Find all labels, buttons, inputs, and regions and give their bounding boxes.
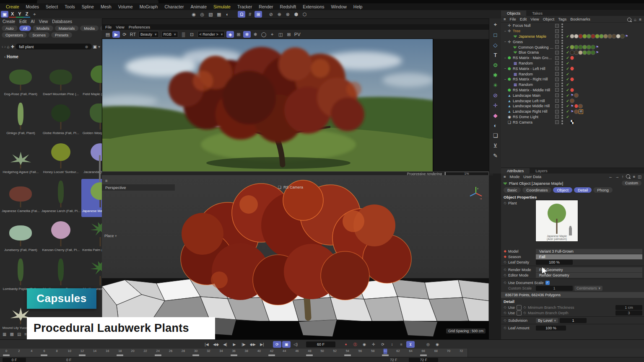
- visibility-toggles[interactable]: [561, 77, 564, 81]
- visibility-toggles[interactable]: [561, 61, 564, 65]
- timeline-frame[interactable]: 52: [329, 349, 341, 357]
- deformer-icon[interactable]: ◆: [491, 111, 500, 120]
- tag-chip[interactable]: [570, 99, 574, 103]
- custom-button[interactable]: Custom: [622, 181, 641, 186]
- menu-item[interactable]: Volume: [115, 3, 136, 10]
- filter-tab[interactable]: Auto: [2, 26, 18, 31]
- timeline-frame[interactable]: 46: [291, 349, 303, 357]
- visibility-toggles[interactable]: [561, 72, 564, 76]
- filter-tab[interactable]: Materials: [55, 26, 79, 31]
- lock-z-icon[interactable]: ⊗: [284, 11, 291, 18]
- axis-lock-button[interactable]: Y: [16, 11, 23, 18]
- panel-tab[interactable]: Layers: [530, 168, 553, 173]
- menu-item[interactable]: Mesh: [97, 3, 115, 10]
- tag-chip[interactable]: [570, 51, 574, 54]
- asset-tile[interactable]: Ginkgo (Fall, Plant): [1, 101, 41, 139]
- filter-tab[interactable]: Operators: [2, 32, 27, 38]
- custom-scale-field[interactable]: 1: [536, 286, 573, 291]
- tag-chip[interactable]: ⊘: [579, 109, 583, 114]
- play-button[interactable]: ▶: [230, 341, 239, 348]
- menu-item[interactable]: Spline: [78, 3, 97, 10]
- enabled-check[interactable]: ✓: [565, 56, 570, 60]
- om-menu-item[interactable]: View: [530, 17, 539, 21]
- workplane-a-icon[interactable]: ⬢: [292, 11, 300, 18]
- layer-toggle[interactable]: [555, 45, 559, 49]
- timeline-frame[interactable]: 64: [405, 349, 417, 357]
- tag-chip[interactable]: ▚: [570, 120, 574, 124]
- tag-chip[interactable]: [570, 45, 574, 49]
- visibility-toggles[interactable]: [561, 50, 564, 54]
- spline-mask-icon[interactable]: ⊘: [491, 90, 500, 100]
- clear-search-icon[interactable]: ⊗: [85, 44, 88, 49]
- timeline-ruler[interactable]: 0 2 4 6 8: [0, 349, 644, 357]
- asset-tile[interactable]: Japanese Camellia (Fal...: [1, 179, 41, 217]
- breadcrumb[interactable]: ‹ Home: [4, 54, 18, 59]
- tag-chip[interactable]: [570, 34, 574, 38]
- object-row[interactable]: − Focus Null ✓: [501, 23, 644, 28]
- object-row[interactable]: − Grass ✓: [501, 39, 644, 44]
- asset-tile[interactable]: Dwarf Mountain Pine (...: [41, 62, 81, 100]
- layer-toggle[interactable]: [555, 78, 559, 81]
- plant-preview[interactable]: Japanese Maple(Acer palmatum): [535, 200, 578, 242]
- tag-chip[interactable]: [574, 104, 578, 108]
- tag-chip[interactable]: [583, 45, 587, 49]
- param-value[interactable]: Variant 3 Full-Grown: [536, 249, 642, 254]
- tag-chip[interactable]: [579, 104, 582, 108]
- filter-tab[interactable]: Presets: [51, 32, 72, 38]
- list-view-icon[interactable]: ▤: [17, 332, 21, 336]
- prev-frame-button[interactable]: ◀|: [221, 341, 229, 348]
- unit-dropdown[interactable]: Centimeters▾: [574, 286, 602, 291]
- region-icon[interactable]: ◯: [260, 31, 267, 38]
- cloner-icon[interactable]: ✱: [491, 70, 500, 80]
- timeline-frame[interactable]: 6: [38, 349, 50, 357]
- object-row[interactable]: − Landscape Left Hill ✓: [501, 98, 644, 103]
- timeline-frame[interactable]: 18: [114, 349, 126, 357]
- visibility-toggles[interactable]: [561, 83, 564, 87]
- dither-icon[interactable]: ▒: [180, 31, 187, 38]
- tag-chip[interactable]: [579, 51, 582, 54]
- save-image-icon[interactable]: ▤: [104, 31, 112, 38]
- goto-end-button[interactable]: ▶|: [258, 341, 266, 348]
- pv-icon[interactable]: PV: [293, 31, 301, 38]
- tag-chip[interactable]: [600, 34, 603, 38]
- enabled-check[interactable]: ✓: [565, 104, 570, 108]
- tag-chip[interactable]: [608, 34, 612, 38]
- asset-tile[interactable]: Hedgehog Agave (Fall...: [1, 140, 41, 178]
- tag-chip[interactable]: [591, 34, 595, 38]
- tag-chip[interactable]: ⚑: [595, 45, 599, 49]
- tag-chip[interactable]: [574, 110, 578, 114]
- camera-tool-icon[interactable]: ❏: [491, 131, 500, 140]
- layout-icon[interactable]: ▣: [1, 11, 8, 18]
- timeline-frame[interactable]: 4: [25, 349, 38, 357]
- visibility-toggles[interactable]: [561, 99, 564, 103]
- enabled-check[interactable]: ✓: [565, 88, 570, 92]
- use-checkbox[interactable]: [517, 310, 522, 315]
- compare-snapshot-icon[interactable]: ❄: [252, 31, 259, 38]
- layer-toggle[interactable]: [555, 104, 559, 108]
- tag-chip[interactable]: [579, 45, 582, 49]
- add-icon[interactable]: ✚: [11, 44, 14, 49]
- attribute-tab-chip[interactable]: Detail: [574, 187, 592, 193]
- tag-chip[interactable]: [570, 56, 574, 60]
- filter-tab[interactable]: Scenes: [29, 32, 49, 38]
- visibility-toggles[interactable]: [561, 67, 564, 71]
- collapse-icon[interactable]: −: [504, 40, 507, 44]
- home-icon[interactable]: ⌂: [7, 44, 10, 49]
- asset-scrollbar[interactable]: [99, 155, 101, 182]
- menu-item[interactable]: Render: [255, 3, 276, 10]
- asset-menu-item[interactable]: Create: [3, 19, 15, 24]
- layer-toggle[interactable]: [555, 56, 559, 60]
- use-checkbox[interactable]: [517, 305, 522, 310]
- search-input[interactable]: fall plant⊗: [16, 44, 91, 49]
- attribute-tab-chip[interactable]: Object: [553, 187, 572, 193]
- object-row[interactable]: − Random ✓: [501, 61, 644, 66]
- solo-animation-icon[interactable]: ◎: [424, 341, 432, 348]
- lock-x-icon[interactable]: ⊘: [267, 11, 275, 18]
- visibility-toggles[interactable]: [561, 45, 564, 49]
- renderview-canvas[interactable]: [102, 39, 489, 171]
- make-editable-icon[interactable]: ◉: [190, 11, 197, 18]
- visibility-toggles[interactable]: [561, 104, 564, 108]
- visibility-toggles[interactable]: [561, 109, 564, 114]
- tag-chip[interactable]: [595, 34, 599, 38]
- timeline-frame[interactable]: 14: [88, 349, 101, 357]
